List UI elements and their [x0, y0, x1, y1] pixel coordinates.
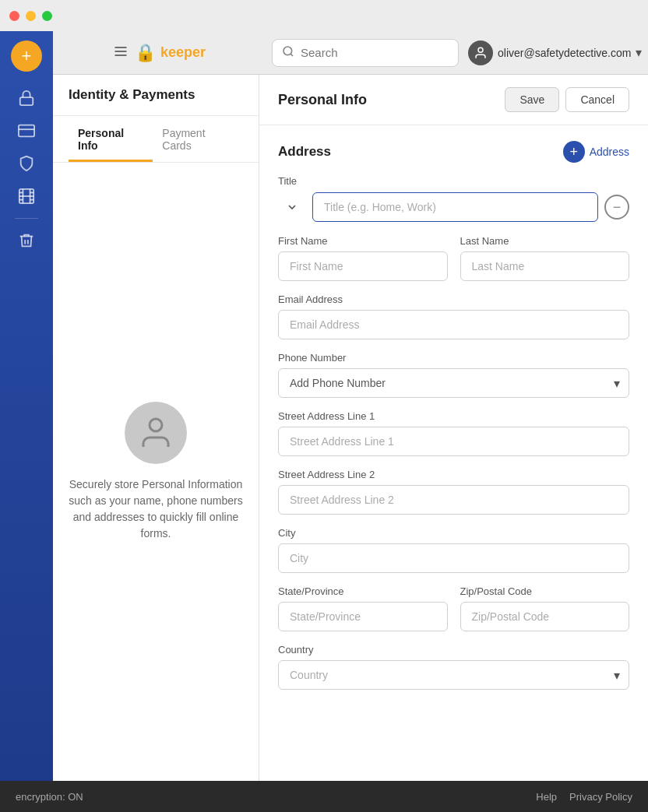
title-field-group: Title − — [278, 175, 629, 223]
save-button[interactable]: Save — [505, 87, 559, 112]
last-name-input[interactable] — [460, 251, 630, 281]
last-name-field-group: Last Name — [460, 235, 630, 281]
phone-field-group: Phone Number Add Phone Number Mobile Hom… — [278, 352, 629, 398]
street1-label: Street Address Line 1 — [278, 410, 629, 422]
sidebar-title: Identity & Payments — [69, 87, 195, 102]
encryption-status: encryption: ON — [16, 791, 83, 803]
sidebar-tabs: Personal Info Payment Cards — [53, 116, 259, 163]
sidebar-header: Identity & Payments — [53, 75, 259, 116]
help-link[interactable]: Help — [536, 791, 557, 803]
first-name-label: First Name — [278, 235, 448, 247]
street2-field-group: Street Address Line 2 — [278, 469, 629, 515]
titlebar — [0, 0, 648, 31]
add-address-icon: + — [563, 141, 585, 163]
top-bar-main: oliver@safetydetective.com ▾ — [259, 31, 648, 74]
title-remove-button[interactable]: − — [604, 195, 629, 220]
name-row: First Name Last Name — [278, 235, 629, 294]
state-field-group: State/Province — [278, 585, 448, 631]
maximize-button[interactable] — [42, 11, 52, 21]
street2-input[interactable] — [278, 485, 629, 515]
search-input[interactable] — [301, 46, 449, 59]
user-menu[interactable]: oliver@safetydetective.com ▾ — [468, 40, 642, 65]
search-bar — [272, 39, 459, 67]
title-row: − — [278, 192, 629, 223]
header-actions: Save Cancel — [505, 87, 629, 112]
search-icon — [282, 45, 294, 61]
bottom-bar: encryption: ON Help Privacy Policy — [0, 781, 648, 812]
first-name-input[interactable] — [278, 251, 448, 281]
zip-field-group: Zip/Postal Code — [460, 585, 630, 631]
privacy-policy-link[interactable]: Privacy Policy — [569, 791, 632, 803]
avatar — [468, 40, 493, 65]
email-input[interactable] — [278, 310, 629, 339]
minimize-button[interactable] — [26, 11, 36, 21]
profile-avatar — [125, 402, 187, 464]
country-select[interactable]: Country United States United Kingdom Can… — [278, 660, 629, 690]
section-title: Address — [278, 144, 331, 160]
country-label: Country — [278, 644, 629, 656]
nav-icon-shield[interactable] — [12, 149, 40, 178]
country-select-wrap: Country United States United Kingdom Can… — [278, 660, 629, 690]
email-label: Email Address — [278, 294, 629, 305]
last-name-label: Last Name — [460, 235, 630, 247]
nav-icon-film[interactable] — [12, 182, 40, 210]
zip-input[interactable] — [460, 602, 630, 631]
svg-point-16 — [478, 47, 483, 52]
title-dropdown-arrow[interactable] — [278, 192, 306, 223]
cancel-button[interactable]: Cancel — [565, 87, 629, 112]
sidebar-description: Securely store Personal Information such… — [69, 476, 243, 542]
left-nav: + — [0, 31, 53, 781]
state-label: State/Province — [278, 585, 448, 597]
user-email-label: oliver@safetydetective.com — [498, 47, 631, 59]
phone-select[interactable]: Add Phone Number Mobile Home Work Other — [278, 368, 629, 398]
nav-icon-card[interactable] — [12, 117, 40, 145]
main-content: Personal Info Save Cancel Address + Addr… — [259, 75, 648, 781]
form-area: Address + Address Title — [259, 125, 648, 781]
phone-label: Phone Number — [278, 352, 629, 364]
tab-payment-cards[interactable]: Payment Cards — [153, 116, 243, 162]
page-title: Personal Info — [278, 92, 367, 108]
add-address-label: Address — [590, 146, 629, 158]
state-input[interactable] — [278, 602, 448, 631]
zip-label: Zip/Postal Code — [460, 585, 630, 597]
sidebar-content: Securely store Personal Information such… — [53, 163, 259, 781]
state-zip-row: State/Province Zip/Postal Code — [278, 585, 629, 644]
nav-icon-lock[interactable] — [12, 84, 40, 112]
first-name-field-group: First Name — [278, 235, 448, 281]
hamburger-icon[interactable] — [107, 37, 135, 69]
add-button[interactable]: + — [11, 40, 42, 72]
svg-point-14 — [284, 47, 292, 55]
country-field-group: Country Country United States United Kin… — [278, 644, 629, 690]
city-field-group: City — [278, 527, 629, 573]
phone-select-wrap: Add Phone Number Mobile Home Work Other … — [278, 368, 629, 398]
keeper-logo: 🔒 keeper — [135, 43, 206, 63]
tab-personal-info[interactable]: Personal Info — [69, 116, 153, 162]
svg-line-15 — [291, 54, 293, 56]
sidebar: Identity & Payments Personal Info Paymen… — [53, 75, 259, 781]
svg-rect-1 — [19, 125, 34, 137]
city-input[interactable] — [278, 543, 629, 573]
street2-label: Street Address Line 2 — [278, 469, 629, 480]
title-input-wrap — [312, 192, 598, 222]
content-header: Personal Info Save Cancel — [259, 75, 648, 125]
top-bar: 🔒 keeper — [53, 31, 648, 75]
title-input[interactable] — [312, 192, 598, 222]
nav-icon-trash[interactable] — [12, 227, 40, 255]
top-bar-sidebar-section: 🔒 keeper — [53, 31, 259, 74]
app-container: + — [0, 31, 648, 781]
email-field-group: Email Address — [278, 294, 629, 339]
user-menu-chevron: ▾ — [636, 45, 642, 60]
street1-field-group: Street Address Line 1 — [278, 410, 629, 456]
close-button[interactable] — [9, 11, 19, 21]
street1-input[interactable] — [278, 427, 629, 456]
svg-point-17 — [150, 419, 162, 431]
bottom-links: Help Privacy Policy — [536, 791, 632, 803]
title-label: Title — [278, 175, 629, 187]
svg-rect-0 — [20, 97, 33, 105]
add-address-button[interactable]: + Address — [563, 141, 629, 163]
section-header: Address + Address — [278, 141, 629, 163]
city-label: City — [278, 527, 629, 539]
